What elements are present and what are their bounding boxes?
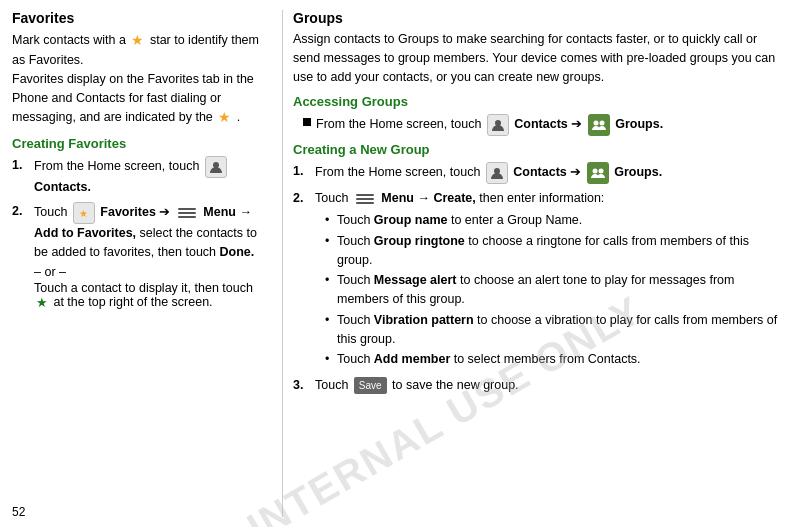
menu-icon-group2 [354,190,376,208]
group-step-3-content: Touch Save to save the new group. [315,376,787,395]
groups-label-group1: Groups. [614,166,662,180]
contacts-label-accessing: Contacts [514,118,567,132]
group-step-1: 1. From the Home screen, touch Contacts … [293,162,787,184]
group-step-2-content: Touch Menu → Create, then enter informat… [315,189,787,371]
or-detail: Touch a contact to display it, then touc… [12,281,272,310]
star-inline-icon: ★ [131,30,144,51]
svg-point-5 [592,169,597,174]
creating-group-steps: 1. From the Home screen, touch Contacts … [293,162,787,395]
groups-label-accessing: Groups. [615,118,663,132]
right-intro: Assign contacts to Groups to make search… [293,30,787,86]
bullet-group-ringtone: Touch Group ringtone to choose a rington… [325,232,787,270]
accessing-groups-step: From the Home screen, touch Contacts ➔ G… [293,114,787,136]
menu-icon-step2 [176,204,198,222]
group-step-1-content: From the Home screen, touch Contacts ➔ G… [315,162,787,184]
group-step-3-num: 3. [293,376,311,395]
bullet-message-alert: Touch Message alert to choose an alert t… [325,271,787,309]
star-symbol: ★ [131,30,144,51]
groups-icon-accessing [588,114,610,136]
right-column: Groups Assign contacts to Groups to make… [282,10,787,517]
left-section-title: Favorites [12,10,272,26]
or-line: – or – [12,265,272,279]
accessing-text: From the Home screen, touch Contacts ➔ G… [316,114,663,136]
step-2: 2. Touch ★ Favorites ➔ Menu → Add to Fav… [12,202,272,262]
svg-point-3 [599,121,604,126]
favorites-star: ★ [79,206,88,221]
bullet-group-name: Touch Group name to enter a Group Name. [325,211,787,230]
contacts-icon-accessing [487,114,509,136]
creating-new-group-title: Creating a New Group [293,142,787,157]
svg-point-6 [598,169,603,174]
left-intro: Mark contacts with a ★ star to identify … [12,30,272,128]
menu-create-label: Menu → Create, [381,191,475,205]
green-star: ★ [36,295,48,310]
favorites-label: Favorites [100,205,156,219]
page-content: Favorites Mark contacts with a ★ star to… [0,0,799,527]
right-section-title: Groups [293,10,787,26]
group-step-1-num: 1. [293,162,311,184]
group-step-2: 2. Touch Menu → Create, then enter infor… [293,189,787,371]
star-symbol-2: ★ [218,107,231,128]
step-2-content: Touch ★ Favorites ➔ Menu → Add to Favori… [34,202,272,262]
contacts-label-step1: Contacts. [34,180,91,194]
square-bullet-accessing [303,118,311,126]
favorites-icon-step2: ★ [73,202,95,224]
page-number: 52 [12,505,25,519]
step-1-content: From the Home screen, touch Contacts. [34,156,272,197]
left-column: Favorites Mark contacts with a ★ star to… [12,10,282,517]
top-right-star-icon: ★ [36,295,48,310]
done-label: Done. [220,245,255,259]
contacts-label-group1: Contacts [513,166,566,180]
intro-dot: . [237,110,240,124]
creating-favorites-steps: 1. From the Home screen, touch Contacts.… [12,156,272,261]
group-step-3: 3. Touch Save to save the new group. [293,376,787,395]
step-1-num: 1. [12,156,30,197]
group-step-2-num: 2. [293,189,311,371]
step-2-num: 2. [12,202,30,262]
step-1: 1. From the Home screen, touch Contacts. [12,156,272,197]
svg-point-2 [593,121,598,126]
bullet-vibration: Touch Vibration pattern to choose a vibr… [325,311,787,349]
contacts-icon-group1 [486,162,508,184]
groups-icon-group1 [587,162,609,184]
intro-text-1: Mark contacts with a [12,33,126,47]
bullet-list: Touch Group name to enter a Group Name. … [315,211,787,369]
contacts-icon-step1 [205,156,227,178]
accessing-groups-title: Accessing Groups [293,94,787,109]
creating-favorites-title: Creating Favorites [12,136,272,151]
bullet-add-member: Touch Add member to select members from … [325,350,787,369]
save-button-icon: Save [354,377,387,394]
small-star-icon: ★ [218,107,231,128]
